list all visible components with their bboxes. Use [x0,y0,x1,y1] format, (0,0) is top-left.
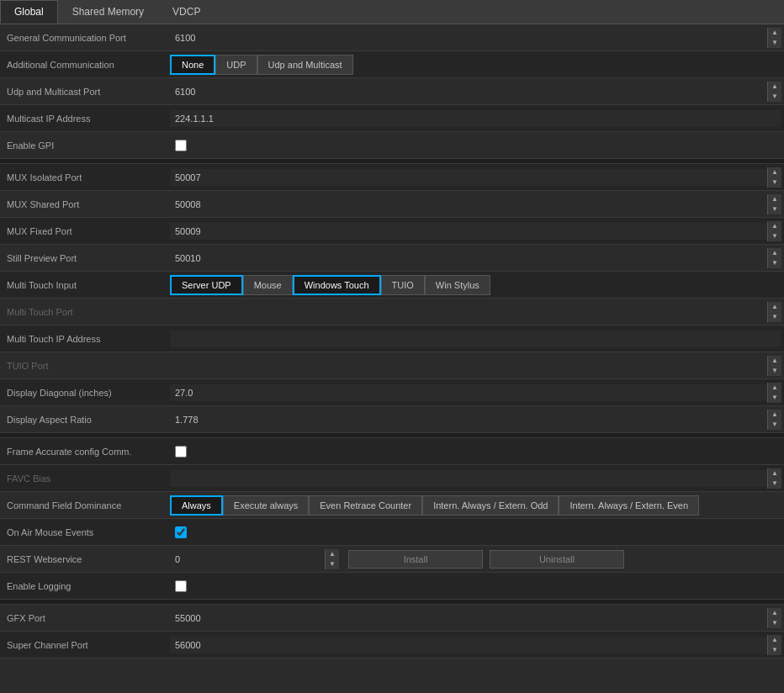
enable-logging-checkbox-wrap [170,577,192,595]
mux-shared-port-up[interactable]: ▲ [768,194,781,204]
display-diagonal-input[interactable] [170,384,767,401]
mux-isolated-port-arrows: ▲ ▼ [767,167,781,188]
tab-global[interactable]: Global [0,0,58,24]
rest-webservice-value: ▲ ▼ Install Uninstall [167,548,784,571]
mux-isolated-port-value: ▲ ▼ [167,166,784,189]
mux-isolated-port-down[interactable]: ▼ [768,177,781,188]
additional-comm-btn-group: None UDP Udp and Multicast [170,55,353,75]
multi-touch-win-stylus[interactable]: Win Stylus [425,275,490,295]
command-field-execute-always[interactable]: Execute always [223,495,309,516]
mux-shared-port-down[interactable]: ▼ [768,204,781,214]
favc-bias-row: FAVC Bias ▲ ▼ [0,465,784,492]
multi-touch-tuio[interactable]: TUIO [381,275,425,295]
multi-touch-port-up[interactable]: ▲ [768,302,781,312]
favc-bias-down[interactable]: ▼ [768,479,781,489]
general-comm-port-value: ▲ ▼ [167,26,784,50]
favc-bias-label: FAVC Bias [0,470,167,487]
general-comm-port-row: General Communication Port ▲ ▼ [0,24,784,51]
super-channel-port-input[interactable] [170,637,767,653]
display-aspect-down[interactable]: ▼ [768,420,781,430]
multi-touch-ip-input[interactable] [170,331,781,347]
additional-comm-udp[interactable]: UDP [215,55,257,75]
additional-comm-udp-multicast[interactable]: Udp and Multicast [257,55,353,75]
command-field-row: Command Field Dominance Always Execute a… [0,492,784,519]
mux-isolated-port-spinbox: ▲ ▼ [170,167,781,188]
command-field-intern-ext-even[interactable]: Intern. Always / Extern. Even [559,495,699,516]
on-air-mouse-value [167,521,784,543]
mux-isolated-port-row: MUX Isolated Port ▲ ▼ [0,164,784,191]
display-aspect-value: ▲ ▼ [167,408,784,431]
rest-webservice-arrows: ▲ ▼ [325,549,338,569]
tuio-port-up[interactable]: ▲ [768,356,781,366]
general-comm-port-input[interactable] [170,29,767,46]
display-diagonal-row: Display Diagonal (inches) ▲ ▼ [0,379,784,406]
display-aspect-input[interactable] [170,411,767,428]
general-comm-port-up[interactable]: ▲ [768,28,781,38]
rest-webservice-up[interactable]: ▲ [326,549,339,559]
super-channel-port-up[interactable]: ▲ [768,635,781,645]
command-field-always[interactable]: Always [170,495,223,516]
still-preview-port-down[interactable]: ▼ [768,258,781,268]
tuio-port-down[interactable]: ▼ [768,366,781,376]
on-air-mouse-checkbox[interactable] [175,526,187,538]
multi-touch-port-input[interactable] [170,304,767,320]
rest-webservice-row: REST Webservice ▲ ▼ Install Uninstall [0,546,784,573]
uninstall-button[interactable]: Uninstall [490,550,624,569]
still-preview-port-arrows: ▲ ▼ [767,248,781,268]
install-button[interactable]: Install [348,550,483,569]
enable-logging-checkbox[interactable] [175,580,187,592]
mux-shared-port-input[interactable] [170,196,767,213]
still-preview-port-input[interactable] [170,250,767,267]
enable-gpi-checkbox[interactable] [175,140,187,151]
super-channel-port-down[interactable]: ▼ [768,645,781,655]
still-preview-port-up[interactable]: ▲ [768,248,781,258]
mux-fixed-port-value: ▲ ▼ [167,220,784,243]
multi-touch-mouse[interactable]: Mouse [243,275,293,295]
mux-fixed-port-up[interactable]: ▲ [768,221,781,231]
udp-multicast-port-spinbox: ▲ ▼ [170,82,781,102]
multi-touch-input-row: Multi Touch Input Server UDP Mouse Windo… [0,272,784,299]
udp-multicast-port-up[interactable]: ▲ [768,82,781,92]
multicast-ip-label: Multicast IP Address [0,110,167,127]
mux-shared-port-label: MUX Shared Port [0,196,167,213]
gfx-port-down[interactable]: ▼ [768,618,781,628]
frame-accurate-checkbox[interactable] [175,446,187,458]
display-diagonal-up[interactable]: ▲ [768,383,781,393]
multi-touch-server-udp[interactable]: Server UDP [170,275,243,295]
favc-bias-input[interactable] [170,470,767,487]
multicast-ip-row: Multicast IP Address [0,105,784,132]
additional-comm-none[interactable]: None [170,55,215,75]
multi-touch-input-label: Multi Touch Input [0,277,167,294]
mux-isolated-port-input[interactable] [170,169,767,186]
tuio-port-value: ▲ ▼ [167,354,784,378]
udp-multicast-port-down[interactable]: ▼ [768,92,781,102]
udp-multicast-port-row: Udp and Multicast Port ▲ ▼ [0,78,784,105]
on-air-mouse-checkbox-wrap [170,523,192,542]
display-aspect-up[interactable]: ▲ [768,410,781,420]
mux-fixed-port-input[interactable] [170,223,767,240]
display-diagonal-down[interactable]: ▼ [768,393,781,403]
tuio-port-input[interactable] [170,357,767,374]
udp-multicast-port-input[interactable] [170,83,767,100]
rest-webservice-input[interactable] [170,551,325,568]
rest-webservice-down[interactable]: ▼ [326,559,339,569]
gfx-port-input[interactable] [170,610,767,627]
tab-shared-memory[interactable]: Shared Memory [58,0,158,24]
gfx-port-up[interactable]: ▲ [768,608,781,618]
general-comm-port-down[interactable]: ▼ [768,38,781,48]
favc-bias-up[interactable]: ▲ [768,468,781,479]
rest-webservice-spinbox: ▲ ▼ [170,549,338,569]
multi-touch-port-down[interactable]: ▼ [768,312,781,322]
mux-fixed-port-down[interactable]: ▼ [768,231,781,241]
multicast-ip-input[interactable] [170,110,781,127]
mux-isolated-port-up[interactable]: ▲ [768,167,781,177]
multi-touch-windows-touch[interactable]: Windows Touch [293,275,381,295]
mux-shared-port-row: MUX Shared Port ▲ ▼ [0,191,784,218]
mux-shared-port-arrows: ▲ ▼ [767,194,781,214]
mux-fixed-port-row: MUX Fixed Port ▲ ▼ [0,218,784,245]
command-field-intern-ext-odd[interactable]: Intern. Always / Extern. Odd [422,495,559,516]
enable-logging-row: Enable Logging [0,573,784,600]
tab-vdcp[interactable]: VDCP [158,0,215,24]
command-field-even-retrace[interactable]: Even Retrace Counter [309,495,422,516]
frame-accurate-row: Frame Accurate config Comm. [0,438,784,465]
